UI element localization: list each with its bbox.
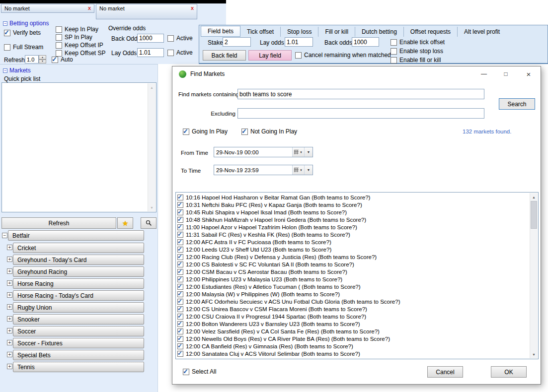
tree-root-item[interactable]: Betfair — [8, 230, 144, 241]
lay-active-checkbox[interactable]: Active — [167, 49, 193, 56]
tree-item[interactable]: Tennis — [0, 361, 158, 373]
market-list-item[interactable]: 12:00 Racing Club (Res) v Defensa y Just… — [177, 253, 528, 261]
market-list-item[interactable]: 11:00 Hapoel Azor v Hapoel Tzafririm Hol… — [177, 223, 528, 231]
market-list-item[interactable]: 10:16 Hapoel Hod Hasharon v Beitar Ramat… — [177, 194, 528, 201]
tab-close-icon[interactable]: x — [191, 5, 194, 11]
expand-icon[interactable] — [7, 352, 12, 357]
tree-item-button[interactable]: Snooker — [13, 314, 144, 325]
enable-fill-or-kill-checkbox[interactable]: Enable fill or kill — [391, 57, 441, 64]
dropdown-arrow-icon[interactable] — [304, 147, 313, 157]
cancel-button[interactable]: Cancel — [427, 366, 463, 378]
keep-in-play-checkbox[interactable]: Keep In Play — [56, 26, 98, 33]
market-list-item[interactable]: 12:00 CSM Bacau v CS Aerostar Bacau (Bot… — [177, 268, 528, 275]
market-item-checkbox[interactable] — [177, 254, 183, 260]
stepper-up-icon[interactable] — [39, 55, 46, 60]
scroll-down-icon[interactable] — [148, 203, 156, 211]
override-back-odds-input[interactable] — [137, 34, 164, 43]
keep-offset-ip-checkbox[interactable]: Keep Offset IP — [56, 42, 103, 49]
collapse-icon[interactable] — [3, 68, 7, 73]
market-item-checkbox[interactable] — [177, 291, 183, 297]
expand-icon[interactable] — [7, 245, 12, 250]
expand-icon[interactable] — [7, 316, 12, 322]
market-item-checkbox[interactable] — [177, 343, 183, 349]
market-item-checkbox[interactable] — [177, 321, 183, 327]
market-item-checkbox[interactable] — [177, 306, 183, 312]
market-item-checkbox[interactable] — [177, 351, 183, 357]
market-list-item[interactable]: 10:48 Shikhun HaMizrah v Hapoel Ironi Ge… — [177, 216, 528, 223]
market-list-item[interactable]: 12:00 Estudiantes (Res) v Atletico Tucum… — [177, 283, 528, 290]
market-tab-2[interactable]: No market x — [96, 4, 197, 19]
market-list-item[interactable]: 12:00 Sanatatea Cluj v ACS Viitorul Seli… — [177, 350, 528, 357]
market-list-item[interactable]: 12:00 AFC Odorheiu Secuiesc v ACS Unu Fo… — [177, 298, 528, 305]
lay-field-button[interactable]: Lay field — [248, 50, 292, 61]
maximize-button[interactable]: □ — [495, 66, 517, 81]
calendar-picker-button[interactable] — [292, 165, 304, 175]
sp-in-play-checkbox[interactable]: SP In Play — [56, 34, 92, 41]
favourites-button[interactable] — [117, 217, 133, 229]
market-tab-1[interactable]: No market x — [1, 4, 94, 13]
refresh-interval-value[interactable]: 1.0 — [25, 55, 39, 64]
going-in-play-checkbox[interactable]: Going In Play — [183, 128, 228, 135]
refresh-interval-stepper[interactable]: 1.0 — [25, 55, 46, 64]
market-item-checkbox[interactable] — [177, 328, 183, 334]
market-item-checkbox[interactable] — [177, 232, 183, 238]
market-item-checkbox[interactable] — [177, 247, 183, 253]
tree-item-button[interactable]: Soccer - Fixtures — [13, 338, 144, 348]
not-going-in-play-checkbox[interactable]: Not Going In Play — [241, 128, 297, 135]
results-scrollbar[interactable] — [530, 193, 538, 358]
tree-item[interactable]: Cricket — [0, 242, 158, 254]
keep-offset-sp-checkbox[interactable]: Keep Offset SP — [56, 50, 106, 57]
tree-item-button[interactable]: Horse Racing - Today's Card — [13, 290, 144, 301]
tree-item-button[interactable]: Greyhound Racing — [13, 266, 144, 277]
tree-item-button[interactable]: Greyhound - Today's Card — [13, 255, 144, 265]
market-item-checkbox[interactable] — [177, 299, 183, 305]
tab-alt-level-profit[interactable]: Alt level profit — [458, 27, 506, 37]
tree-item[interactable]: Soccer — [0, 326, 158, 337]
expand-icon[interactable] — [7, 304, 12, 310]
find-markets-button[interactable] — [141, 217, 157, 229]
market-item-checkbox[interactable] — [177, 239, 183, 245]
market-list-item[interactable]: 12:00 Bolton Wanderers U23 v Barnsley U2… — [177, 320, 528, 327]
excluding-input[interactable] — [237, 108, 484, 119]
scroll-up-icon[interactable] — [148, 83, 156, 91]
tree-root-collapse-icon[interactable] — [2, 233, 7, 238]
tree-item[interactable]: Horse Racing - Today's Card — [0, 290, 158, 302]
expand-icon[interactable] — [7, 292, 12, 298]
dropdown-arrow-icon[interactable] — [304, 165, 313, 175]
expand-icon[interactable] — [7, 328, 12, 333]
market-list-item[interactable]: 12:00 Malaysia (W) v Philippines (W) (Bo… — [177, 290, 528, 298]
to-time-value[interactable]: 29-Nov-19 23:59 — [214, 165, 292, 175]
full-stream-checkbox[interactable]: Full Stream — [4, 44, 43, 51]
tab-tick-offset[interactable]: Tick offset — [240, 27, 281, 37]
override-lay-odds-input[interactable] — [137, 48, 164, 57]
tab-stop-loss[interactable]: Stop loss — [281, 27, 318, 37]
tree-item-button[interactable]: Soccer — [13, 326, 144, 336]
tab-close-icon[interactable]: x — [88, 5, 91, 11]
select-all-checkbox[interactable]: Select All — [183, 368, 216, 375]
tab-fill-or-kill[interactable]: Fill or kill — [318, 27, 355, 37]
enable-stop-loss-checkbox[interactable]: Enable stop loss — [391, 48, 443, 55]
expand-icon[interactable] — [7, 257, 12, 262]
market-item-checkbox[interactable] — [177, 336, 183, 342]
tab-field-bets[interactable]: Field bets — [201, 26, 240, 37]
tree-item-button[interactable]: Rugby Union — [13, 302, 144, 313]
verify-bets-checkbox[interactable]: Verify bets — [4, 29, 41, 36]
collapse-icon[interactable] — [3, 21, 7, 26]
scroll-thumb[interactable] — [531, 201, 537, 229]
tree-item-button[interactable]: Horse Racing — [13, 278, 144, 289]
market-item-checkbox[interactable] — [177, 284, 183, 290]
refresh-button[interactable]: Refresh — [1, 217, 116, 229]
market-item-checkbox[interactable] — [177, 195, 183, 200]
market-list-item[interactable]: 10:31 Neftchi Baku PFC (Res) v Kapaz Gan… — [177, 201, 528, 208]
find-markets-input[interactable] — [237, 89, 484, 99]
ok-button[interactable]: OK — [491, 366, 527, 378]
market-list-item[interactable]: 12:00 CS Unirea Bascov v CSM Flacara Mor… — [177, 305, 528, 313]
tree-item[interactable]: Greyhound - Today's Card — [0, 254, 158, 266]
from-time-value[interactable]: 29-Nov-19 00:00 — [214, 147, 292, 157]
market-item-checkbox[interactable] — [177, 276, 183, 282]
expand-icon[interactable] — [7, 280, 12, 286]
market-item-checkbox[interactable] — [177, 261, 183, 267]
stake-input[interactable] — [223, 37, 251, 47]
market-list-item[interactable]: 11:31 Sabail FC (Res) v Keshla FK (Res) … — [177, 231, 528, 238]
market-list-item[interactable]: 12:00 CSU Craiova II v Progresul 1944 Sp… — [177, 313, 528, 320]
